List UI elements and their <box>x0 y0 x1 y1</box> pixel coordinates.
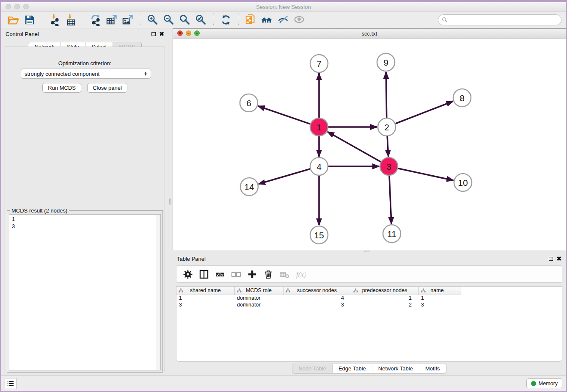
hide-selected-button[interactable] <box>275 13 291 27</box>
graph-node-8[interactable]: 8 <box>453 89 471 107</box>
window-minimize-button[interactable] <box>14 4 20 9</box>
apply-layout-button[interactable] <box>218 13 234 27</box>
graph-node-10[interactable]: 10 <box>454 174 472 191</box>
mcds-result-text[interactable]: 1 3 <box>9 214 161 370</box>
select-all-icon <box>215 269 225 279</box>
column-header-predecessor-nodes[interactable]: predecessor nodes <box>351 287 418 295</box>
edge-4-14[interactable] <box>259 169 310 184</box>
tab-motifs[interactable]: Motifs <box>419 364 446 373</box>
tab-network-table[interactable]: Network Table <box>372 364 419 373</box>
edge-3-11[interactable] <box>389 176 391 224</box>
import-network-button[interactable] <box>47 13 63 27</box>
graph-node-1[interactable]: 1 <box>310 118 328 136</box>
graph-node-6[interactable]: 6 <box>240 94 258 112</box>
table-header-row: shared name MCDS role successor nodes pr… <box>176 287 461 295</box>
close-panel-icon[interactable]: ✖ <box>556 257 561 261</box>
close-panel-button[interactable]: Close panel <box>87 83 127 93</box>
cell-shared-name[interactable]: 1 <box>176 295 234 301</box>
column-header-filler <box>456 287 461 295</box>
column-label: name <box>430 287 443 293</box>
cell-MCDS-role[interactable]: dominator <box>234 295 283 301</box>
network-maximize-button[interactable]: + <box>194 30 200 36</box>
splitter-grip[interactable] <box>364 251 370 252</box>
cell-name[interactable]: 3 <box>418 301 456 308</box>
zoom-selected-button[interactable] <box>193 13 209 27</box>
zoom-fit-button[interactable] <box>177 13 193 27</box>
optimization-criterion-select[interactable]: strongly connected component ▲▼ <box>21 69 151 79</box>
cell-successor-nodes[interactable]: 4 <box>283 295 351 301</box>
column-header-MCDS-role[interactable]: MCDS role <box>234 287 283 295</box>
search-input[interactable] <box>450 17 558 23</box>
edge-2-9[interactable] <box>386 72 386 118</box>
run-mcds-button[interactable]: Run MCDS <box>42 83 81 93</box>
memory-button[interactable]: Memory <box>526 378 562 388</box>
table-row[interactable]: 1dominator411 <box>176 295 461 301</box>
result-scrollbar[interactable] <box>156 215 160 370</box>
close-panel-icon[interactable]: ✖ <box>159 32 164 36</box>
toolbar-separator <box>140 14 140 26</box>
select-all-button[interactable] <box>213 268 227 281</box>
export-table-button[interactable] <box>104 13 120 27</box>
network-minimize-button[interactable]: − <box>186 30 191 36</box>
add-column-button[interactable] <box>245 268 259 281</box>
sort-icon <box>421 288 426 293</box>
graph-node-14[interactable]: 14 <box>240 178 258 196</box>
cell-successor-nodes[interactable]: 3 <box>283 301 351 308</box>
delete-column-button[interactable] <box>261 268 275 281</box>
vertical-splitter[interactable] <box>168 28 173 375</box>
graph-node-15[interactable]: 15 <box>310 226 328 244</box>
float-panel-icon[interactable] <box>151 32 156 36</box>
edge-2-3[interactable] <box>387 136 388 157</box>
clone-network-button[interactable] <box>243 13 259 27</box>
edge-3-10[interactable] <box>398 168 454 180</box>
zoom-in-button[interactable] <box>145 13 161 27</box>
cell-predecessor-nodes[interactable]: 1 <box>351 295 418 301</box>
table-row[interactable]: 3dominator323 <box>176 301 461 308</box>
tab-node-table[interactable]: Node Table <box>292 364 333 373</box>
deselect-all-icon <box>231 269 241 279</box>
cell-MCDS-role[interactable]: dominator <box>234 301 283 308</box>
column-header-shared-name[interactable]: shared name <box>176 287 234 295</box>
export-image-button[interactable] <box>120 13 136 27</box>
cell-predecessor-nodes[interactable]: 2 <box>351 301 418 308</box>
graph-node-2[interactable]: 2 <box>378 118 396 136</box>
open-file-icon <box>7 14 20 26</box>
edge-2-8[interactable] <box>396 101 453 124</box>
float-panel-icon[interactable] <box>549 257 553 261</box>
network-canvas[interactable]: 7 9 6 8 1 2 4 3 14 10 15 11 <box>173 39 566 250</box>
toggle-panel-button[interactable] <box>197 268 211 281</box>
graph-node-9[interactable]: 9 <box>377 53 395 71</box>
cell-shared-name[interactable]: 3 <box>176 301 234 308</box>
task-history-button[interactable] <box>5 378 17 389</box>
edge-3-1[interactable] <box>328 132 381 162</box>
window-zoom-button[interactable] <box>23 4 29 9</box>
column-header-name[interactable]: name <box>418 287 456 295</box>
deselect-all-button[interactable] <box>229 268 243 281</box>
select-stepper-icon: ▲▼ <box>144 72 147 76</box>
cell-name[interactable]: 1 <box>418 295 456 301</box>
export-network-button[interactable] <box>88 13 104 27</box>
table-settings-icon <box>183 269 193 279</box>
splitter-grip[interactable] <box>169 199 171 204</box>
import-table-button[interactable] <box>63 13 79 27</box>
open-file-button[interactable] <box>6 13 22 27</box>
window-close-button[interactable] <box>6 4 11 9</box>
horizontal-splitter[interactable] <box>173 250 566 253</box>
save-session-button[interactable] <box>22 13 38 27</box>
graph-node-7[interactable]: 7 <box>310 55 328 72</box>
sort-icon <box>179 288 183 293</box>
first-neighbors-button[interactable] <box>259 13 275 27</box>
graph-node-11[interactable]: 11 <box>383 225 401 243</box>
toolbar-group <box>6 13 38 27</box>
zoom-out-button[interactable] <box>161 13 177 27</box>
edge-1-6[interactable] <box>258 106 310 124</box>
table-settings-button[interactable] <box>181 268 195 281</box>
network-close-button[interactable]: × <box>177 30 183 36</box>
column-header-successor-nodes[interactable]: successor nodes <box>283 287 351 295</box>
graph-node-3[interactable]: 3 <box>380 157 398 175</box>
import-table-icon <box>64 14 77 26</box>
tab-edge-table[interactable]: Edge Table <box>333 364 372 373</box>
graph-node-4[interactable]: 4 <box>310 157 328 175</box>
node-label: 9 <box>383 58 388 67</box>
cell-filler <box>456 301 461 308</box>
